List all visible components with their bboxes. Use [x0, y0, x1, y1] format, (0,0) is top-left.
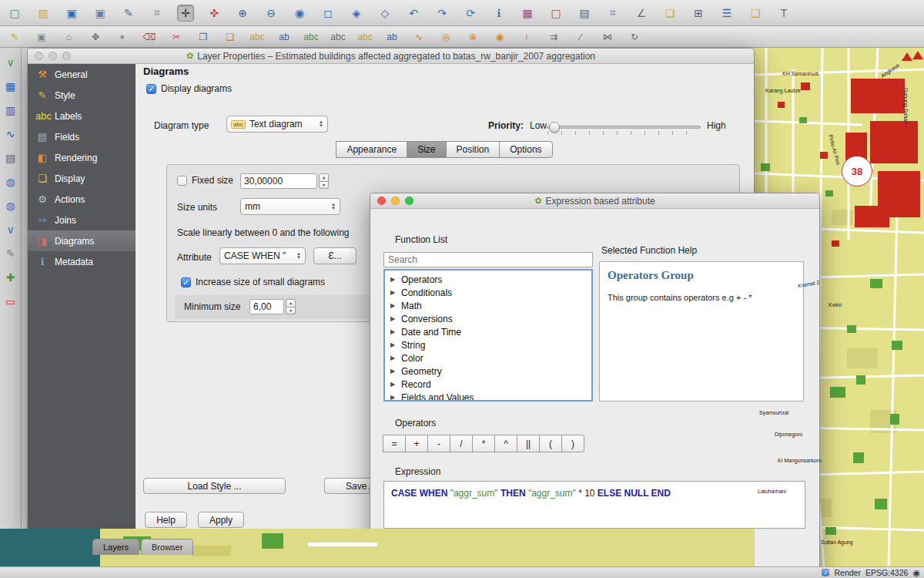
- render-checkbox[interactable]: ✓: [822, 569, 829, 576]
- increase-size-checkbox[interactable]: ✓: [181, 277, 191, 287]
- paste-features-icon[interactable]: ❑: [222, 29, 239, 45]
- sidebar-item-rendering[interactable]: ◧ Rendering: [28, 147, 136, 168]
- label-toolbar-icon-3[interactable]: abc: [303, 29, 320, 45]
- add-mssql-layer-icon[interactable]: ▤: [2, 150, 19, 166]
- operator-minus-button[interactable]: -: [427, 435, 450, 452]
- search-input[interactable]: [383, 252, 593, 267]
- toggle-editing-icon[interactable]: ✎: [6, 29, 23, 45]
- expand-arrow-icon[interactable]: ▶: [390, 302, 397, 309]
- crs-status[interactable]: EPSG:4326: [865, 568, 908, 577]
- label-toolbar-icon-4[interactable]: abc: [330, 29, 346, 45]
- sidebar-item-style[interactable]: ✎ Style: [28, 85, 136, 106]
- open-project-icon[interactable]: ▨: [35, 5, 52, 22]
- label-toolbar-icon-2[interactable]: ab: [276, 29, 293, 45]
- function-group-math[interactable]: ▶ Math: [385, 299, 591, 312]
- layer-properties-titlebar[interactable]: ✿ Layer Properties – Estimated buildings…: [28, 49, 754, 64]
- expand-arrow-icon[interactable]: ▶: [390, 341, 397, 348]
- save-edits-icon[interactable]: ▣: [33, 29, 50, 45]
- sidebar-item-diagrams[interactable]: ◨ Diagrams: [28, 230, 136, 251]
- minimize-window-icon[interactable]: [391, 197, 400, 205]
- add-ring-icon[interactable]: ◎: [437, 29, 454, 45]
- operator-equals-button[interactable]: =: [383, 435, 406, 452]
- add-part-icon[interactable]: ⊕: [464, 29, 481, 45]
- label-toolbar-icon-1[interactable]: abc: [249, 29, 266, 45]
- add-wcs-layer-icon[interactable]: ◍: [2, 197, 19, 214]
- function-group-record[interactable]: ▶ Record: [385, 378, 591, 391]
- expression-editor[interactable]: CASE WHEN "aggr_sum" THEN "aggr_sum" * 1…: [383, 481, 805, 529]
- close-window-icon[interactable]: [35, 52, 43, 60]
- operator-open-paren-button[interactable]: (: [539, 435, 562, 452]
- label-toolbar-icon-6[interactable]: ab: [383, 29, 400, 45]
- apply-button[interactable]: Apply: [198, 512, 244, 528]
- tab-position[interactable]: Position: [446, 141, 500, 158]
- refresh-icon[interactable]: ⟳: [462, 5, 479, 22]
- zoom-full-icon[interactable]: ◻: [320, 5, 336, 22]
- save-project-icon[interactable]: ▣: [63, 5, 80, 22]
- projection-icon[interactable]: ◉: [912, 568, 920, 578]
- pan-to-selection-icon[interactable]: ✜: [206, 5, 223, 22]
- reshape-icon[interactable]: ≀: [518, 29, 535, 45]
- function-group-geometry[interactable]: ▶ Geometry: [385, 365, 591, 378]
- sidebar-item-display[interactable]: ❏ Display: [28, 168, 136, 189]
- expression-dialog-titlebar[interactable]: ✿ Expression based attribute: [370, 193, 819, 209]
- priority-slider-thumb[interactable]: [549, 122, 560, 133]
- measure-icon[interactable]: ∠: [633, 5, 650, 22]
- capture-polygon-icon[interactable]: ⌂: [60, 29, 77, 45]
- new-project-icon[interactable]: ▢: [6, 5, 23, 22]
- size-units-select[interactable]: mm ▲▼: [240, 198, 340, 215]
- fill-ring-icon[interactable]: ◉: [491, 29, 508, 45]
- rotate-feature-icon[interactable]: ↻: [626, 29, 643, 45]
- function-group-date-and-time[interactable]: ▶ Date and Time: [385, 325, 591, 338]
- sidebar-item-metadata[interactable]: ℹ Metadata: [28, 251, 136, 272]
- tab-appearance[interactable]: Appearance: [336, 141, 407, 158]
- attribute-select[interactable]: CASE WHEN " ▲▼: [219, 247, 306, 264]
- sidebar-item-joins[interactable]: ↣ Joins: [28, 210, 136, 230]
- operator-concat-button[interactable]: ||: [517, 435, 540, 452]
- function-group-fields-and-values[interactable]: ▶ Fields and Values: [385, 391, 591, 402]
- zoom-next-icon[interactable]: ↷: [434, 5, 450, 22]
- save-project-as-icon[interactable]: ▣: [92, 5, 109, 22]
- expand-arrow-icon[interactable]: ▶: [390, 368, 397, 375]
- function-group-color[interactable]: ▶ Color: [385, 351, 591, 365]
- expand-arrow-icon[interactable]: ▶: [390, 328, 397, 335]
- operator-power-button[interactable]: ^: [494, 435, 517, 452]
- display-diagrams-checkbox[interactable]: ✓: [146, 84, 156, 94]
- offset-curve-icon[interactable]: ⇉: [545, 29, 562, 45]
- tab-browser[interactable]: Browser: [141, 539, 193, 555]
- zoom-in-icon[interactable]: ⊕: [234, 5, 251, 22]
- new-shapefile-icon[interactable]: ✎: [2, 245, 19, 262]
- stepper-arrows-icon[interactable]: ▲▼: [286, 299, 296, 314]
- tab-options[interactable]: Options: [499, 141, 552, 158]
- sidebar-item-labels[interactable]: abc Labels: [28, 106, 136, 126]
- copy-features-icon[interactable]: ❐: [195, 29, 212, 45]
- select-features-icon[interactable]: ▦: [519, 5, 536, 22]
- operator-divide-button[interactable]: /: [450, 435, 473, 452]
- add-wms-layer-icon[interactable]: ◍: [2, 173, 19, 190]
- zoom-last-icon[interactable]: ↶: [405, 5, 422, 22]
- add-wfs-layer-icon[interactable]: ∨: [2, 221, 19, 238]
- deselect-features-icon[interactable]: ▢: [547, 5, 564, 22]
- new-composer-icon[interactable]: ✎: [120, 5, 137, 22]
- expand-arrow-icon[interactable]: ▶: [390, 315, 397, 322]
- identify-icon[interactable]: ℹ: [490, 5, 507, 22]
- fixed-size-checkbox[interactable]: [177, 176, 187, 186]
- node-tool-icon[interactable]: ⌖: [114, 29, 131, 45]
- split-features-icon[interactable]: ∕: [572, 29, 589, 45]
- remove-layer-icon[interactable]: ▭: [2, 293, 19, 310]
- composer-manager-icon[interactable]: ⌗: [149, 5, 166, 22]
- minimum-size-spinner[interactable]: 6,00 ▲▼: [249, 299, 296, 314]
- sidebar-item-fields[interactable]: ▤ Fields: [28, 126, 136, 147]
- expand-arrow-icon[interactable]: ▶: [390, 289, 397, 296]
- operator-multiply-button[interactable]: *: [472, 435, 495, 452]
- move-feature-icon[interactable]: ✥: [87, 29, 104, 45]
- expand-arrow-icon[interactable]: ▶: [390, 381, 397, 388]
- diagram-type-select[interactable]: abc Text diagram ▲▼: [226, 116, 328, 133]
- zoom-out-icon[interactable]: ⊖: [263, 5, 280, 22]
- cut-features-icon[interactable]: ✂: [168, 29, 185, 45]
- expand-arrow-icon[interactable]: ▶: [390, 355, 397, 361]
- fixed-size-spinner[interactable]: 30,00000 ▲▼: [240, 173, 329, 189]
- function-group-operators[interactable]: ▶ Operators: [385, 273, 591, 286]
- zoom-window-icon[interactable]: [405, 197, 413, 205]
- load-style-button[interactable]: Load Style ...: [143, 478, 286, 494]
- function-group-string[interactable]: ▶ String: [385, 338, 591, 351]
